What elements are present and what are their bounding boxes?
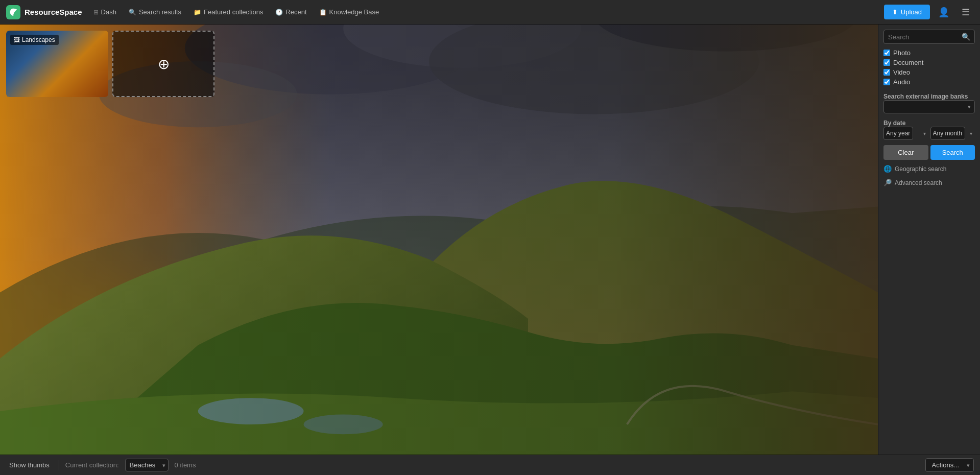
external-banks-label: Search external image banks xyxy=(883,93,975,100)
document-label: Document xyxy=(893,59,923,66)
month-select-wrapper: Any month xyxy=(930,127,975,140)
year-select-wrapper: Any year xyxy=(883,127,928,140)
topnav-right: ⬆ Upload 👤 ☰ xyxy=(884,5,974,20)
search-action-row: Clear Search xyxy=(883,145,975,160)
book-icon: 📋 xyxy=(319,9,327,16)
nav-dash-label: Dash xyxy=(101,8,116,16)
nav-knowledge-label: Knowledge Base xyxy=(329,8,379,16)
geographic-search-link[interactable]: 🌐 Geographic search xyxy=(883,164,975,174)
upload-icon: ⬆ xyxy=(892,8,898,16)
upload-label: Upload xyxy=(901,8,922,16)
current-collection-label: Current collection: xyxy=(65,461,119,469)
globe-icon: 🌐 xyxy=(883,165,892,173)
main-area: 🖼 Landscapes ⊕ 🔍 Photo Document xyxy=(0,25,980,455)
photo-label: Photo xyxy=(893,49,911,57)
filter-audio[interactable]: Audio xyxy=(883,78,975,86)
filter-photo[interactable]: Photo xyxy=(883,49,975,57)
date-row: Any year Any month xyxy=(883,127,975,140)
by-date-label: By date xyxy=(883,120,975,127)
external-banks-select[interactable] xyxy=(883,100,975,113)
collection-name: Landscapes xyxy=(22,36,55,43)
folder-icon: 📁 xyxy=(194,9,201,16)
video-label: Video xyxy=(893,68,910,76)
actions-button[interactable]: Actions... xyxy=(925,458,974,472)
content-area: 🖼 Landscapes ⊕ xyxy=(0,25,878,455)
year-select[interactable]: Any year xyxy=(883,127,913,140)
search-small-icon: 🔍 xyxy=(129,9,136,16)
nav-featured-label: Featured collections xyxy=(204,8,263,16)
external-banks-section: Search external image banks xyxy=(883,91,975,113)
logo[interactable]: ResourceSpace xyxy=(6,5,82,19)
nav-featured[interactable]: 📁 Featured collections xyxy=(188,5,268,19)
leaf-icon xyxy=(9,8,18,17)
collection-select-wrapper: Beaches xyxy=(125,459,169,471)
items-count: 0 items xyxy=(175,461,196,469)
by-date-section: By date Any year Any month xyxy=(883,117,975,140)
clock-icon: 🕐 xyxy=(275,9,283,16)
collection-icon: 🖼 xyxy=(14,36,20,43)
top-navigation: ResourceSpace ⊞ Dash 🔍 Search results 📁 … xyxy=(0,0,980,25)
nav-search-results[interactable]: 🔍 Search results xyxy=(124,5,186,19)
magnify-icon: 🔎 xyxy=(883,179,892,186)
bottom-bar: Show thumbs Current collection: Beaches … xyxy=(0,455,980,475)
collection-select[interactable]: Beaches xyxy=(125,459,169,471)
nav-dash[interactable]: ⊞ Dash xyxy=(88,5,122,19)
search-icon[interactable]: 🔍 xyxy=(962,33,970,41)
user-button[interactable]: 👤 xyxy=(934,5,953,20)
upload-button[interactable]: ⬆ Upload xyxy=(884,5,930,19)
logo-icon xyxy=(6,5,20,19)
filter-document[interactable]: Document xyxy=(883,59,975,66)
audio-checkbox[interactable] xyxy=(883,79,890,85)
resource-type-filters: Photo Document Video Audio xyxy=(883,48,975,87)
geographic-label: Geographic search xyxy=(895,165,946,173)
search-input-box[interactable]: 🔍 xyxy=(883,30,975,44)
add-icon: ⊕ xyxy=(158,56,170,73)
actions-button-wrapper: Actions... xyxy=(925,458,974,472)
document-checkbox[interactable] xyxy=(883,59,890,66)
video-checkbox[interactable] xyxy=(883,69,890,76)
collection-card-label: 🖼 Landscapes xyxy=(10,35,59,45)
advanced-search-link[interactable]: 🔎 Advanced search xyxy=(883,178,975,187)
nav-knowledge[interactable]: 📋 Knowledge Base xyxy=(314,5,385,19)
nav-recent-label: Recent xyxy=(285,8,306,16)
external-banks-select-wrapper xyxy=(883,100,975,113)
logo-text: ResourceSpace xyxy=(25,8,82,16)
advanced-label: Advanced search xyxy=(895,179,942,186)
divider xyxy=(59,460,59,470)
landscapes-collection-card[interactable]: 🖼 Landscapes xyxy=(6,31,108,97)
grid-icon: ⊞ xyxy=(93,9,99,16)
nav-search-results-label: Search results xyxy=(139,8,181,16)
photo-checkbox[interactable] xyxy=(883,50,890,56)
nav-recent[interactable]: 🕐 Recent xyxy=(270,5,312,19)
collection-overlay: 🖼 Landscapes ⊕ xyxy=(6,31,214,97)
clear-button[interactable]: Clear xyxy=(883,145,928,160)
filter-video[interactable]: Video xyxy=(883,68,975,76)
search-input[interactable] xyxy=(888,33,962,41)
month-select[interactable]: Any month xyxy=(930,127,965,140)
menu-button[interactable]: ☰ xyxy=(958,5,974,20)
show-thumbs-button[interactable]: Show thumbs xyxy=(6,459,53,471)
add-collection-card[interactable]: ⊕ xyxy=(112,31,214,97)
search-button[interactable]: Search xyxy=(930,145,975,160)
right-sidebar: 🔍 Photo Document Video Audio Search e xyxy=(878,25,980,455)
audio-label: Audio xyxy=(893,78,910,86)
